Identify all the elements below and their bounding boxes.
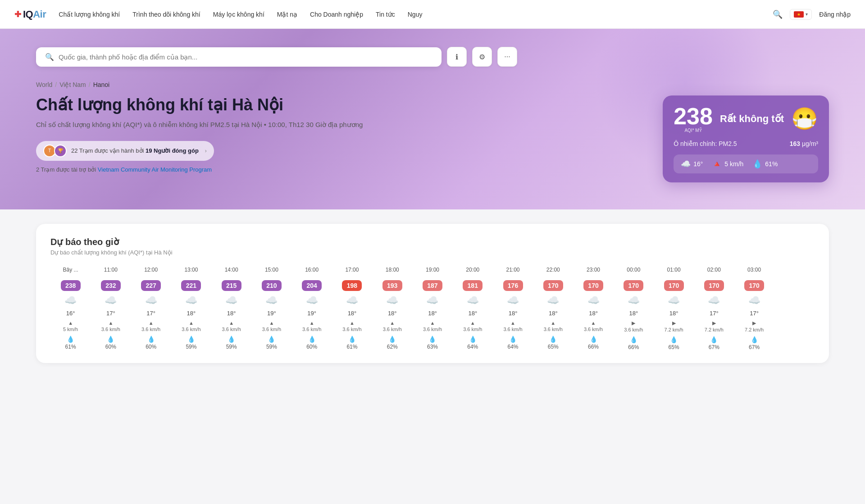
wind-speed: 3.6 km/h bbox=[222, 327, 241, 332]
wind-arrow-icon: ▶ bbox=[752, 320, 756, 326]
forecast-aqi: 170 bbox=[543, 280, 563, 291]
language-selector[interactable]: ▾ bbox=[790, 9, 812, 20]
forecast-aqi: 198 bbox=[342, 280, 362, 291]
nav-item-chat-luong[interactable]: Chất lượng không khí bbox=[59, 11, 120, 18]
humidity-percent: 59% bbox=[226, 344, 237, 350]
forecast-humidity: 💧 60% bbox=[146, 336, 156, 350]
forecast-temp: 18° bbox=[509, 310, 518, 317]
search-input[interactable] bbox=[59, 53, 432, 61]
wind-arrow-icon: ▶ bbox=[672, 320, 676, 326]
nav-actions: 🔍 ▾ Đăng nhập bbox=[773, 9, 851, 20]
breadcrumb-sep-1: / bbox=[55, 81, 57, 88]
forecast-temp: 18° bbox=[589, 310, 598, 317]
forecast-cloud-icon: ☁️ bbox=[64, 295, 77, 306]
forecast-time: 12:00 bbox=[144, 267, 158, 277]
forecast-col: 17:00 198 ☁️ 18° ▲ 3.6 km/h 💧 61% bbox=[332, 267, 372, 350]
settings-button[interactable]: ⚙ bbox=[472, 47, 492, 67]
weather-wind: 🔺 5 km/h bbox=[712, 159, 743, 169]
community-link-text: 2 Trạm được tài trợ bởi Vietnam Communit… bbox=[36, 166, 645, 173]
forecast-time: Bây ... bbox=[63, 267, 78, 277]
humidity-drop-icon: 💧 bbox=[509, 336, 517, 343]
logo[interactable]: ✚ IQAir bbox=[14, 9, 46, 20]
humidity-drop-icon: 💧 bbox=[670, 336, 678, 343]
forecast-temp: 18° bbox=[187, 310, 196, 317]
info-button[interactable]: ℹ bbox=[447, 47, 467, 67]
forecast-wind: ▲ 3.6 km/h bbox=[101, 320, 120, 332]
search-bar: 🔍 bbox=[36, 47, 442, 67]
forecast-aqi: 215 bbox=[222, 280, 241, 291]
forecast-col: 22:00 170 ☁️ 18° ▲ 3.6 km/h 💧 65% bbox=[533, 267, 573, 350]
nav-item-mat-na[interactable]: Mặt nạ bbox=[277, 11, 297, 18]
humidity-drop-icon: 💧 bbox=[67, 336, 74, 343]
forecast-aqi: 227 bbox=[141, 280, 161, 291]
humidity-drop-icon: 💧 bbox=[710, 336, 718, 343]
humidity-percent: 59% bbox=[266, 344, 277, 350]
wind-arrow-icon: ▲ bbox=[551, 320, 555, 326]
cloud-icon: ☁️ bbox=[681, 159, 691, 169]
breadcrumb-world[interactable]: World bbox=[36, 81, 52, 88]
forecast-aqi: 170 bbox=[744, 280, 764, 291]
forecast-aqi: 170 bbox=[664, 280, 684, 291]
forecast-col: 19:00 187 ☁️ 18° ▲ 3.6 km/h 💧 63% bbox=[412, 267, 452, 350]
forecast-temp: 18° bbox=[348, 310, 357, 317]
wind-icon: 🔺 bbox=[712, 159, 722, 169]
wind-speed: 7.2 km/h bbox=[705, 327, 724, 332]
aqi-status: Rất không tốt bbox=[720, 113, 784, 125]
stations-text: 22 Trạm được vận hành bởi 19 Người đóng … bbox=[71, 147, 199, 154]
forecast-wind: ▲ 3.6 km/h bbox=[262, 320, 281, 332]
forecast-aqi: 187 bbox=[423, 280, 442, 291]
forecast-cloud-icon: ☁️ bbox=[306, 295, 318, 306]
wind-speed: 3.6 km/h bbox=[503, 327, 522, 332]
forecast-humidity: 💧 64% bbox=[467, 336, 478, 350]
humidity-drop-icon: 💧 bbox=[308, 336, 316, 343]
forecast-wind: ▶ 7.2 km/h bbox=[664, 320, 683, 332]
humidity-percent: 65% bbox=[548, 344, 559, 350]
forecast-cloud-icon: ☁️ bbox=[587, 295, 600, 306]
humidity-percent: 64% bbox=[508, 344, 519, 350]
humidity-percent: 65% bbox=[669, 344, 679, 350]
login-button[interactable]: Đăng nhập bbox=[819, 11, 851, 18]
forecast-humidity: 💧 67% bbox=[709, 336, 719, 350]
forecast-humidity: 💧 61% bbox=[65, 336, 76, 350]
nav-item-nguy[interactable]: Nguy bbox=[408, 11, 423, 18]
forecast-col: 01:00 170 ☁️ 18° ▶ 7.2 km/h 💧 65% bbox=[654, 267, 694, 350]
hero-section: 🔍 ℹ ⚙ ··· World / Việt Nam / Hanoi Chất … bbox=[0, 29, 865, 209]
forecast-cloud-icon: ☁️ bbox=[467, 295, 479, 306]
breadcrumb: World / Việt Nam / Hanoi bbox=[36, 81, 829, 88]
forecast-cloud-icon: ☁️ bbox=[105, 295, 117, 306]
aqi-label: AQI* MỸ bbox=[674, 128, 713, 133]
wind-speed: 3.6 km/h bbox=[463, 327, 482, 332]
aqi-number-block: 238 AQI* MỸ bbox=[674, 104, 713, 133]
breadcrumb-vietnam[interactable]: Việt Nam bbox=[59, 81, 86, 88]
wind-speed: 3.6 km/h bbox=[383, 327, 402, 332]
forecast-col: 12:00 227 ☁️ 17° ▲ 3.6 km/h 💧 60% bbox=[131, 267, 171, 350]
search-button[interactable]: 🔍 bbox=[773, 9, 783, 19]
humidity-percent: 61% bbox=[65, 344, 76, 350]
flag-icon bbox=[794, 11, 804, 18]
forecast-col: 02:00 170 ☁️ 17° ▶ 7.2 km/h 💧 67% bbox=[694, 267, 734, 350]
wind-arrow-icon: ▶ bbox=[712, 320, 716, 326]
wind-arrow-icon: ▲ bbox=[510, 320, 515, 326]
forecast-temp: 17° bbox=[146, 310, 155, 317]
forecast-aqi: 170 bbox=[624, 280, 643, 291]
humidity-percent: 67% bbox=[749, 344, 760, 350]
wind-speed: 3.6 km/h bbox=[584, 327, 603, 332]
nav-item-doanh-nghiep[interactable]: Cho Doanh nghiệp bbox=[310, 11, 363, 18]
wind-arrow-icon: ▲ bbox=[68, 320, 73, 326]
forecast-col: 13:00 221 ☁️ 18° ▲ 3.6 km/h 💧 59% bbox=[171, 267, 211, 350]
community-link[interactable]: Vietnam Community Air Monitoring Program bbox=[98, 166, 212, 173]
nav-item-trinh-theo-doi[interactable]: Trình theo dõi không khí bbox=[132, 11, 200, 18]
forecast-temp: 18° bbox=[428, 310, 437, 317]
nav-item-may-loc[interactable]: Máy lọc không khí bbox=[213, 11, 264, 18]
temp-value: 16° bbox=[693, 160, 703, 168]
stations-badge[interactable]: T 🏆 22 Trạm được vận hành bởi 19 Người đ… bbox=[36, 141, 214, 161]
forecast-table: Bây ... 238 ☁️ 16° ▲ 5 km/h 💧 61% 11:00 … bbox=[50, 267, 815, 350]
wind-arrow-icon: ▲ bbox=[149, 320, 154, 326]
more-button[interactable]: ··· bbox=[497, 47, 517, 67]
forecast-col: 16:00 204 ☁️ 19° ▲ 3.6 km/h 💧 60% bbox=[292, 267, 332, 350]
forecast-cloud-icon: ☁️ bbox=[346, 295, 358, 306]
wind-arrow-icon: ▲ bbox=[430, 320, 435, 326]
wind-speed: 3.6 km/h bbox=[141, 327, 160, 332]
forecast-grid: Bây ... 238 ☁️ 16° ▲ 5 km/h 💧 61% 11:00 … bbox=[50, 267, 815, 350]
nav-item-tin-tuc[interactable]: Tin tức bbox=[376, 11, 395, 18]
